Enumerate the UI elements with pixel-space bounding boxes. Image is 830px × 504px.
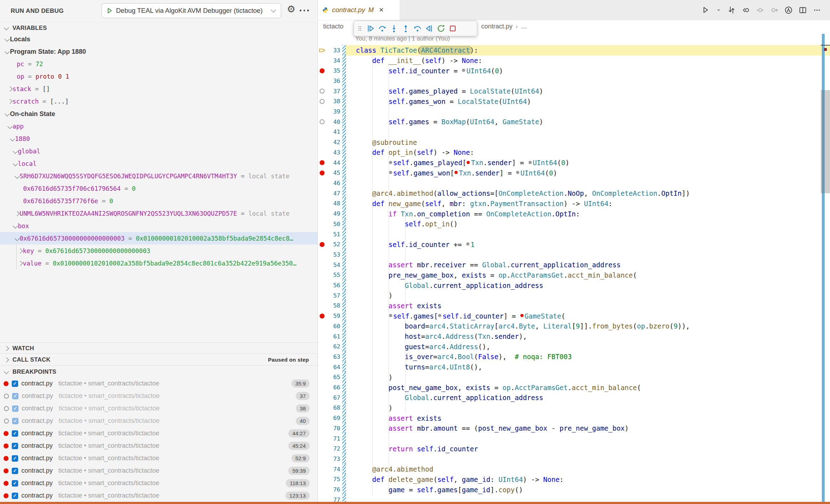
breakpoint-enabled-checkbox[interactable]: ✓: [12, 430, 18, 437]
inline-breakpoint-icon[interactable]: [467, 161, 470, 164]
breakpoint-enabled-checkbox[interactable]: ✓: [12, 493, 18, 499]
code-line[interactable]: 56 Global.current_application_address: [318, 280, 830, 290]
breakpoint-row[interactable]: ✓contract.pytictactoe • smart_contracts/…: [0, 377, 317, 390]
split-editor-button[interactable]: [798, 6, 807, 15]
code-line[interactable]: 65 ): [318, 372, 830, 383]
code-line[interactable]: 52 self.id_counter += 1: [318, 239, 830, 250]
chevron-down-icon[interactable]: [5, 111, 10, 116]
code-line[interactable]: 71: [318, 434, 830, 444]
step-back-button[interactable]: [413, 24, 422, 33]
tab-contract-py[interactable]: contract.py M ×: [318, 0, 400, 20]
breakpoint-candidate-gutter-icon[interactable]: [318, 119, 326, 124]
code-editor[interactable]: 33class TicTacToe(ARC4Contract):34 def _…: [318, 45, 830, 504]
code-line[interactable]: 72 return self.id_counter: [318, 443, 830, 454]
inline-breakpoint-icon[interactable]: [455, 171, 458, 174]
chevron-down-icon[interactable]: [7, 124, 12, 129]
code-line[interactable]: 60 board=arc4.StaticArray[arc4.Byte, Lit…: [318, 321, 830, 331]
variable-row[interactable]: app: [0, 120, 317, 132]
variable-row[interactable]: pc = 72: [0, 58, 317, 70]
inline-breakpoint-candidate-icon[interactable]: [389, 171, 392, 174]
breakpoint-row[interactable]: ✓contract.pytictactoe • smart_contracts/…: [0, 464, 317, 477]
continue-button[interactable]: [366, 24, 375, 33]
variable-row[interactable]: stack = []: [0, 83, 317, 95]
chevron-right-icon[interactable]: [18, 248, 23, 253]
code-line[interactable]: 63 is_over=arc4.Bool(False), # noqa: FBT…: [318, 352, 830, 362]
breakpoint-row[interactable]: ✓contract.pytictactoe • smart_contracts/…: [0, 415, 317, 427]
variable-row[interactable]: value = 0x01000000102010002a358bf5bada9e…: [0, 257, 317, 269]
chevron-down-icon[interactable]: [10, 136, 15, 141]
chevron-right-icon[interactable]: [7, 99, 12, 104]
code-line[interactable]: 44 self.games_played[Txn.sender] = UInt6…: [318, 158, 830, 168]
step-out-button[interactable]: [401, 24, 410, 33]
variable-row[interactable]: 0x67616d65730000000000000003 = 0x0100000…: [0, 232, 317, 245]
code-line[interactable]: 70 assert mbr.amount == (post_new_game_b…: [318, 423, 830, 434]
inline-breakpoint-candidate-icon[interactable]: [529, 161, 532, 164]
step-into-button[interactable]: [389, 24, 399, 33]
chevron-down-icon[interactable]: [15, 174, 20, 179]
breakpoint-enabled-checkbox[interactable]: ✓: [12, 418, 19, 424]
breakpoint-enabled-checkbox[interactable]: ✓: [12, 443, 18, 449]
variable-row[interactable]: SRH6D7XU2N6WQQ5SSYDQFG5ESO6JWEQIDPGLUGYC…: [0, 170, 317, 182]
breakpoint-row[interactable]: ✓contract.pytictactoe • smart_contracts/…: [0, 440, 317, 452]
code-line[interactable]: 46: [318, 178, 830, 188]
run-python-file-button[interactable]: [701, 5, 710, 15]
chevron-down-icon[interactable]: [15, 236, 20, 241]
code-line[interactable]: 75 def delete_game(self, game_id: UInt64…: [318, 474, 830, 485]
code-line[interactable]: 39: [318, 106, 830, 117]
breakpoint-row[interactable]: ✓contract.pytictactoe • smart_contracts/…: [0, 489, 317, 502]
code-line[interactable]: 41: [318, 127, 830, 137]
variable-row[interactable]: scratch = [...]: [0, 95, 317, 107]
sidebar-more-actions-icon[interactable]: [300, 10, 309, 11]
code-line[interactable]: 45 self.games_won[Txn.sender] = UInt64(0…: [318, 168, 830, 178]
code-line[interactable]: 61 host=arc4.Address(Txn.sender),: [318, 331, 830, 342]
code-line[interactable]: 33class TicTacToe(ARC4Contract):: [318, 45, 830, 56]
breakpoint-enabled-checkbox[interactable]: ✓: [12, 405, 19, 412]
code-line[interactable]: 50 self.opt_in(): [318, 219, 830, 229]
call-stack-section-header[interactable]: CALL STACK Paused on step: [0, 353, 317, 366]
code-line[interactable]: 48 def new_game(self, mbr: gtxn.PaymentT…: [318, 199, 830, 209]
code-line[interactable]: 64 turns=arc4.UInt8(),: [318, 362, 830, 372]
variable-row[interactable]: Program State: App 1880: [0, 45, 317, 58]
chevron-down-icon[interactable]: [13, 161, 18, 166]
breakpoint-enabled-checkbox[interactable]: ✓: [12, 393, 19, 399]
stop-button[interactable]: [448, 24, 457, 33]
variable-row[interactable]: 1880: [0, 132, 317, 145]
chevron-right-icon[interactable]: [18, 261, 23, 266]
breakpoint-gutter-icon[interactable]: [318, 314, 326, 319]
code-line[interactable]: 38 self.games_won = LocalState(UInt64): [318, 96, 830, 107]
chevron-down-icon[interactable]: [5, 49, 10, 54]
inline-breakpoint-candidate-icon[interactable]: [389, 314, 392, 317]
variables-section-header[interactable]: VARIABLES: [0, 22, 317, 33]
code-line[interactable]: 49 if Txn.on_completion == OnCompleteAct…: [318, 209, 830, 219]
variable-row[interactable]: On-chain State: [0, 107, 317, 120]
open-changes-button[interactable]: [741, 6, 750, 15]
chevron-right-icon[interactable]: [15, 211, 20, 216]
code-line[interactable]: 47 @arc4.abimethod(allow_actions=[OnComp…: [318, 188, 830, 199]
code-line[interactable]: 55 pre_new_game_box, exists = op.AcctPar…: [318, 270, 830, 280]
breakpoints-section-header[interactable]: BREAKPOINTS: [0, 365, 317, 378]
variable-row[interactable]: Locals: [0, 33, 317, 45]
compare-changes-button[interactable]: [727, 6, 736, 15]
code-line[interactable]: 42 @subroutine: [318, 137, 830, 147]
variable-row[interactable]: UNML6W5NVHRIKTEOZAA4NI2SWQROSGNFNY2QS523…: [0, 207, 317, 220]
breakpoint-row[interactable]: ✓contract.pytictactoe • smart_contracts/…: [0, 402, 317, 415]
inline-breakpoint-icon[interactable]: [520, 314, 524, 317]
code-line[interactable]: 34 def __init__(self) -> None:: [318, 56, 830, 66]
breakpoint-candidate-gutter-icon[interactable]: [318, 99, 326, 104]
breakpoint-row[interactable]: ✓contract.pytictactoe • smart_contracts/…: [0, 477, 317, 489]
breakpoint-gutter-icon[interactable]: [318, 160, 326, 165]
code-line[interactable]: 54 assert mbr.receiver == Global.current…: [318, 260, 830, 270]
code-line[interactable]: 66 post_new_game_box, exists = op.AcctPa…: [318, 382, 830, 393]
code-line[interactable]: 74 @arc4.abimethod: [318, 464, 830, 474]
reverse-continue-button[interactable]: [425, 24, 434, 33]
code-line[interactable]: 73: [318, 454, 830, 464]
chevron-down-icon[interactable]: [13, 224, 18, 229]
breakpoint-candidate-gutter-icon[interactable]: [318, 89, 326, 94]
code-line[interactable]: 76 game = self.games[game_id].copy(): [318, 484, 830, 495]
code-line[interactable]: 53: [318, 250, 830, 260]
code-line[interactable]: 67 Global.current_application_address: [318, 393, 830, 403]
breakpoint-gutter-icon[interactable]: [318, 242, 326, 247]
chevron-down-icon[interactable]: [13, 149, 18, 154]
code-line[interactable]: 40 self.games = BoxMap(UInt64, GameState…: [318, 117, 830, 127]
inline-breakpoint-candidate-icon[interactable]: [438, 314, 441, 317]
